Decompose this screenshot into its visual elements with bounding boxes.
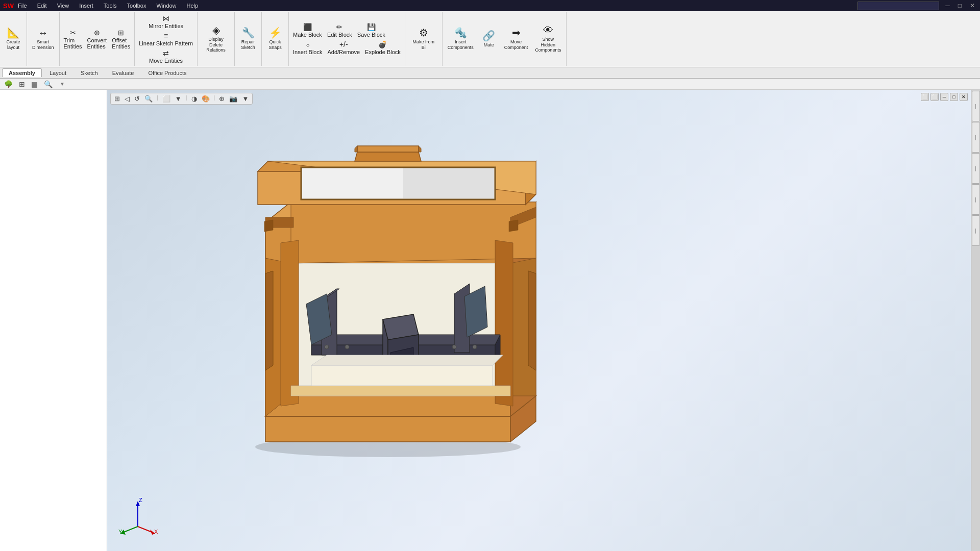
right-tab-5[interactable]: │	[972, 215, 980, 246]
svg-marker-27	[355, 146, 357, 152]
create-layout-icon: 📐	[7, 28, 20, 38]
filter-arrow: ▼	[60, 81, 65, 87]
vp-corner-btn2[interactable]: ⬜	[930, 93, 939, 101]
right-tab-1[interactable]: │	[972, 91, 980, 121]
menu-item-window[interactable]: Window	[154, 3, 178, 9]
menu-item-file[interactable]: File	[16, 3, 29, 9]
coordinate-axis: Z X Y	[117, 496, 158, 538]
toolbar-group-entities: ✂ TrimEntities ⊕ ConvertEntities ⊞ Offse…	[60, 12, 135, 66]
make-part-btn[interactable]: ⚙ Make from Bi	[407, 21, 440, 58]
menu-item-insert[interactable]: Insert	[77, 3, 95, 9]
panel-icon-property[interactable]: ⊞	[18, 79, 26, 89]
trim-entities-btn[interactable]: ✂ TrimEntities	[62, 28, 84, 51]
insert-comp-icon: 🔩	[454, 28, 467, 38]
tab-assembly[interactable]: Assembly	[2, 68, 42, 77]
repair-icon: 🔧	[242, 28, 255, 38]
svg-marker-25	[355, 152, 421, 161]
tab-evaluate[interactable]: Evaluate	[106, 68, 141, 77]
vp-corner-btn1[interactable]: ⬜	[921, 93, 929, 101]
mirror-icon: ⋈	[162, 14, 169, 22]
display-delete-btn[interactable]: ◈ Display DeleteRelations	[200, 21, 232, 58]
svg-point-42	[325, 345, 329, 349]
menu-item-tools[interactable]: Tools	[102, 3, 119, 9]
view-toolbar: ⊞ ◁ ↺ 🔍 | ⬜ ▼ | ◑ 🎨 | ⊕ 📷 ▼	[110, 93, 253, 105]
view-display-icon[interactable]: ⬜	[161, 94, 172, 103]
mate-btn[interactable]: 🔗 Mate	[478, 21, 500, 58]
view-shading-icon[interactable]: ◑	[190, 94, 199, 103]
maximize-btn[interactable]: □	[956, 2, 964, 9]
menu-bar[interactable]: FileEditViewInsertToolsToolboxWindowHelp	[16, 3, 200, 9]
insert-block-btn[interactable]: ⬦ Insert Block	[291, 39, 324, 56]
vp-corner-btn4[interactable]: □	[950, 93, 958, 101]
svg-marker-26	[357, 146, 419, 152]
linear-sketch-btn[interactable]: ≡ Linear Sketch Pattern	[137, 31, 195, 47]
snaps-icon: ⚡	[269, 28, 282, 38]
svg-text:X: X	[154, 529, 158, 535]
close-btn[interactable]: ✕	[968, 2, 977, 9]
quick-snaps-btn[interactable]: ⚡ QuickSnaps	[264, 21, 286, 58]
tab-office-products[interactable]: Office Products	[141, 68, 193, 77]
toolbar-group-makepart: ⚙ Make from Bi	[405, 12, 443, 66]
panel-icon-featuretree[interactable]: 🌳	[3, 79, 14, 89]
make-block-btn[interactable]: ⬛ Make Block	[291, 22, 324, 39]
feature-tree[interactable]	[0, 90, 107, 551]
convert-entities-btn[interactable]: ⊕ ConvertEntities	[85, 28, 109, 51]
view-rotate-icon[interactable]: ↺	[133, 94, 141, 103]
smart-dimension-btn[interactable]: ↔ SmartDimension	[29, 21, 57, 58]
view-zoom-icon[interactable]: 🔍	[143, 94, 154, 103]
repair-sketch-btn[interactable]: 🔧 RepairSketch	[237, 21, 259, 58]
viewport-corner-controls: ⬜ ⬜ ─ □ ✕	[921, 93, 968, 101]
search-input[interactable]	[857, 2, 939, 10]
move-entities-btn[interactable]: ⇄ Move Entities	[137, 48, 195, 65]
right-tab-2[interactable]: │	[972, 122, 980, 153]
edit-block-icon: ✏	[336, 23, 342, 31]
3d-model	[209, 120, 567, 467]
entities-row: ✂ TrimEntities ⊕ ConvertEntities ⊞ Offse…	[62, 28, 133, 51]
show-hidden-btn[interactable]: 👁 ShowHiddenComponents	[532, 21, 564, 58]
menu-item-view[interactable]: View	[55, 3, 71, 9]
svg-marker-23	[403, 168, 494, 198]
view-orient-icon[interactable]: ⊞	[113, 94, 121, 103]
svg-marker-16	[291, 386, 510, 396]
svg-point-45	[473, 345, 477, 349]
right-tab-4[interactable]: │	[972, 184, 980, 215]
edit-block-btn[interactable]: ✏ Edit Block	[325, 22, 354, 39]
toolbar-group-layout: 📐 Createlayout	[0, 12, 27, 66]
trim-icon: ✂	[70, 29, 76, 37]
view-more-icon[interactable]: ▼	[240, 94, 250, 103]
svg-marker-2	[265, 416, 510, 442]
insert-components-btn[interactable]: 🔩 InsertComponents	[445, 21, 477, 58]
move-component-btn[interactable]: ➡ MoveComponent	[501, 21, 531, 58]
svg-line-58	[122, 527, 138, 533]
svg-marker-47	[311, 355, 503, 365]
tab-layout[interactable]: Layout	[43, 68, 73, 77]
menu-item-edit[interactable]: Edit	[35, 3, 49, 9]
add-remove-btn[interactable]: +/- Add/Remove	[325, 39, 362, 56]
panel-icon-config[interactable]: ▦	[30, 79, 39, 89]
sw-logo: SW FileEditViewInsertToolsToolboxWindowH…	[3, 2, 200, 10]
offset-entities-btn[interactable]: ⊞ OffsetEntities	[110, 28, 132, 51]
menu-item-toolbox[interactable]: Toolbox	[125, 3, 149, 9]
svg-marker-28	[419, 146, 421, 152]
3d-viewport[interactable]: ⊞ ◁ ↺ 🔍 | ⬜ ▼ | ◑ 🎨 | ⊕ 📷 ▼ ⬜ ⬜ ─ □ ✕	[107, 90, 971, 551]
mirror-group: ⋈ Mirror Entities ≡ Linear Sketch Patter…	[137, 13, 195, 65]
panel-icon-search[interactable]: 🔍	[43, 79, 54, 89]
move-icon: ⇄	[163, 49, 169, 57]
tab-sketch[interactable]: Sketch	[74, 68, 105, 77]
explode-block-btn[interactable]: 💣 Explode Block	[363, 39, 403, 56]
view-mode-icon[interactable]: ▼	[174, 94, 183, 103]
vp-corner-btn5[interactable]: ✕	[960, 93, 968, 101]
minimize-btn[interactable]: ─	[943, 2, 952, 9]
view-prev-icon[interactable]: ◁	[123, 94, 131, 103]
menu-item-help[interactable]: Help	[185, 3, 201, 9]
mirror-entities-btn[interactable]: ⋈ Mirror Entities	[137, 13, 195, 30]
right-tab-3[interactable]: │	[972, 153, 980, 184]
svg-marker-12	[265, 271, 273, 370]
view-section-icon[interactable]: ⊕	[217, 94, 226, 103]
view-camera-icon[interactable]: 📷	[228, 94, 239, 103]
save-block-btn[interactable]: 💾 Save Block	[355, 22, 387, 39]
create-layout-btn[interactable]: 📐 Createlayout	[2, 21, 24, 58]
vp-corner-btn3[interactable]: ─	[940, 93, 948, 101]
show-hidden-icon: 👁	[543, 25, 553, 35]
view-color-icon[interactable]: 🎨	[200, 94, 211, 103]
